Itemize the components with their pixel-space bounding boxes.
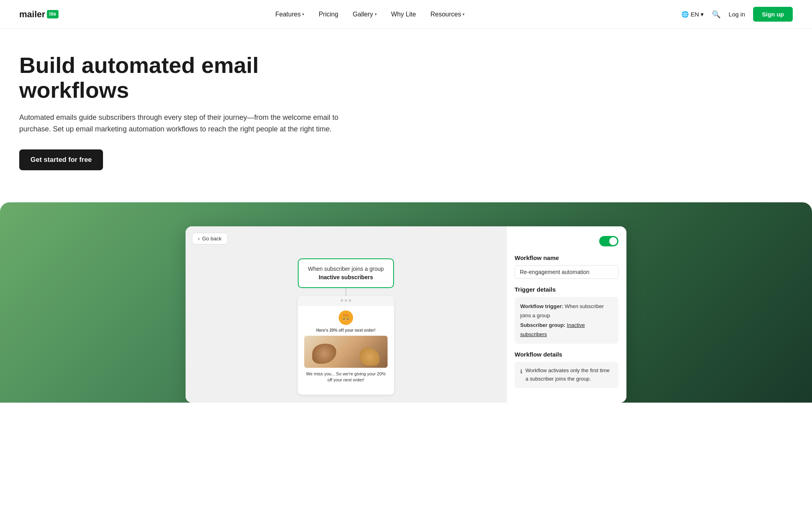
nav-why-lite[interactable]: Why Lite: [391, 11, 416, 18]
go-back-button[interactable]: ‹ Go back: [192, 233, 228, 244]
hero-section: Build automated email workflows Automate…: [0, 29, 481, 186]
hero-title: Build automated email workflows: [19, 53, 300, 102]
workflow-canvas: ‹ Go back When subscriber joins a group …: [186, 226, 506, 403]
features-chevron-icon: ▾: [302, 12, 304, 16]
subscriber-group-label: Subscriber group:: [520, 322, 566, 328]
connector-line: [345, 288, 346, 296]
email-preview-dots: [341, 299, 351, 302]
email-preview-body: 🍔 Here's 20% off your next order! We mis…: [298, 306, 394, 388]
food-blob-2: [360, 348, 380, 366]
nav-resources[interactable]: Resources ▾: [430, 11, 465, 18]
workflow-details-label: Workflow details: [515, 351, 618, 358]
chevron-left-icon: ‹: [198, 236, 200, 242]
subscriber-group-row: Subscriber group: Inactive subscribers: [520, 320, 613, 339]
email-body-text: We miss you... So we're giving your 20% …: [304, 371, 388, 383]
nav-features[interactable]: Features ▾: [275, 11, 304, 18]
trigger-text-prefix: When subscriber joins a group: [308, 266, 384, 272]
lang-label: EN: [691, 11, 699, 18]
toggle-knob: [609, 237, 617, 245]
features-label: Features: [275, 11, 301, 18]
workflow-trigger-row: Workflow trigger: When subscriber joins …: [520, 302, 613, 320]
trigger-group-name: Inactive subscribers: [319, 274, 373, 280]
logo-badge: lite: [47, 10, 59, 18]
email-sender-logo: 🍔: [339, 310, 353, 325]
lang-chevron-icon: ▾: [701, 11, 704, 18]
workflow-card: ‹ Go back When subscriber joins a group …: [186, 226, 626, 403]
resources-chevron-icon: ▾: [463, 12, 465, 16]
dot-1: [341, 299, 343, 302]
workflow-name-input[interactable]: [515, 265, 618, 279]
food-blob-1: [312, 344, 336, 364]
trigger-type-label: Workflow trigger:: [520, 303, 563, 309]
resources-label: Resources: [430, 11, 461, 18]
signup-button[interactable]: Sign up: [753, 7, 793, 22]
hero-subtitle: Automated emails guide subscribers throu…: [19, 112, 348, 135]
why-lite-label: Why Lite: [391, 11, 416, 18]
trigger-details-box: Workflow trigger: When subscriber joins …: [515, 297, 618, 344]
login-button[interactable]: Log in: [729, 11, 745, 18]
trigger-details-label: Trigger details: [515, 286, 618, 293]
info-icon: ℹ: [520, 367, 522, 376]
trigger-box[interactable]: When subscriber joins a group Inactive s…: [298, 258, 394, 288]
email-preview-header: [298, 296, 394, 306]
get-started-button[interactable]: Get started for free: [19, 149, 103, 170]
logo[interactable]: mailer lite: [19, 9, 59, 20]
dot-2: [345, 299, 347, 302]
globe-icon: 🌐: [681, 11, 689, 18]
pricing-label: Pricing: [319, 11, 338, 18]
workflow-active-toggle[interactable]: [599, 236, 618, 246]
toggle-row: [515, 236, 618, 246]
gallery-chevron-icon: ▾: [375, 12, 377, 16]
workflow-name-label: Workflow name: [515, 254, 618, 261]
nav-right: 🌐 EN ▾ 🔍 Log in Sign up: [681, 7, 793, 22]
gallery-label: Gallery: [353, 11, 373, 18]
email-preview-card: 🍔 Here's 20% off your next order! We mis…: [298, 296, 394, 395]
language-selector[interactable]: 🌐 EN ▾: [681, 11, 704, 18]
workflow-details-text: Workflow activates only the first time a…: [525, 367, 613, 383]
workflow-settings-panel: Workflow name Trigger details Workflow t…: [506, 226, 626, 403]
logo-text: mailer: [19, 9, 45, 20]
demo-section: ‹ Go back When subscriber joins a group …: [0, 202, 812, 403]
nav-pricing[interactable]: Pricing: [319, 11, 338, 18]
nav-gallery[interactable]: Gallery ▾: [353, 11, 377, 18]
email-promo-text: Here's 20% off your next order!: [304, 328, 388, 333]
nav-links: Features ▾ Pricing Gallery ▾ Why Lite Re…: [275, 11, 465, 18]
search-icon[interactable]: 🔍: [712, 10, 721, 19]
workflow-details-box: ℹ Workflow activates only the first time…: [515, 362, 618, 388]
dot-3: [349, 299, 351, 302]
email-food-image: [304, 336, 388, 368]
go-back-label: Go back: [202, 236, 221, 242]
